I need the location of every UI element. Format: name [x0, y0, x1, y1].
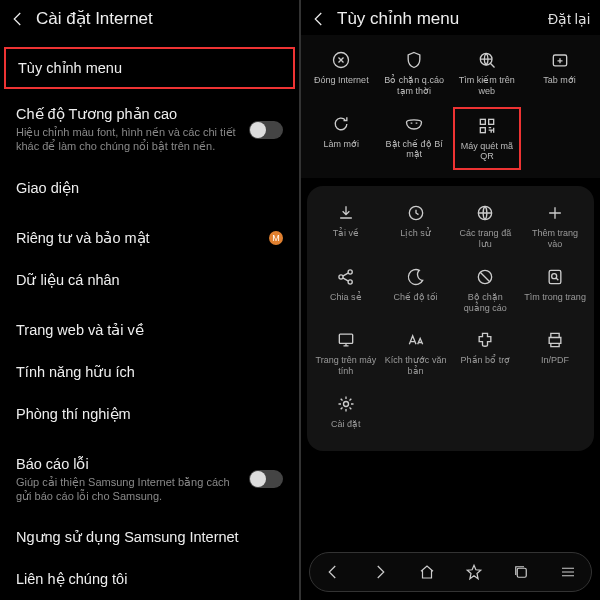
find-icon — [544, 266, 566, 288]
svg-rect-14 — [339, 335, 352, 344]
back-icon[interactable] — [309, 9, 329, 29]
shield-icon — [403, 49, 425, 71]
settings-row-personal-data[interactable]: Dữ liệu cá nhân — [0, 259, 299, 301]
close-circle-icon — [330, 49, 352, 71]
toggle-switch[interactable] — [249, 470, 283, 488]
settings-row-sites-downloads[interactable]: Trang web và tải về — [0, 309, 299, 351]
menu-item-label: Các trang đã lưu — [455, 228, 517, 250]
plus-icon — [544, 202, 566, 224]
customize-menu-screen: Tùy chỉnh menu Đặt lại Đóng InternetBỏ c… — [301, 0, 600, 600]
menu-item-close-circle[interactable]: Đóng Internet — [307, 43, 376, 103]
menu-item-label: Làm mới — [324, 139, 360, 150]
qr-icon — [476, 115, 498, 137]
menu-item-label: Thêm trang vào — [524, 228, 586, 250]
tab-new-icon — [549, 49, 571, 71]
nav-tabs-icon[interactable] — [510, 561, 532, 583]
header-left: Cài đặt Internet — [0, 0, 299, 35]
row-label: Tính năng hữu ích — [16, 364, 273, 380]
row-label: Giao diện — [16, 180, 273, 196]
row-subtitle: Hiệu chỉnh màu font, hình nền và các chi… — [16, 125, 239, 154]
active-menu-grid: Đóng InternetBỏ chặn q.cáo tạm thờiTìm k… — [301, 35, 600, 178]
menu-item-share[interactable]: Chia sẻ — [313, 260, 379, 320]
toggle-switch[interactable] — [249, 121, 283, 139]
menu-item-desktop[interactable]: Trang trên máy tính — [313, 323, 379, 383]
bottom-nav — [309, 552, 592, 592]
row-label: Báo cáo lỗi — [16, 456, 239, 472]
svg-rect-4 — [489, 119, 494, 124]
settings-row-error-report[interactable]: Báo cáo lỗiGiúp cải thiện Samsung Intern… — [0, 443, 299, 517]
share-icon — [335, 266, 357, 288]
menu-item-label: Tìm trong trang — [524, 292, 586, 303]
menu-item-mask[interactable]: Bật chế độ Bí mật — [380, 107, 449, 171]
back-icon[interactable] — [8, 9, 28, 29]
svg-rect-12 — [549, 270, 561, 283]
moon-icon — [405, 266, 427, 288]
settings-screen: Cài đặt Internet Tùy chỉnh menuChế độ Tư… — [0, 0, 299, 600]
menu-item-shield[interactable]: Bỏ chặn q.cáo tạm thời — [380, 43, 449, 103]
menu-item-moon[interactable]: Chế độ tối — [383, 260, 449, 320]
menu-item-print[interactable]: In/PDF — [522, 323, 588, 383]
menu-item-label: Kích thước văn bản — [385, 355, 447, 377]
refresh-icon — [330, 113, 352, 135]
addons-icon — [474, 329, 496, 351]
menu-item-label: Trang trên máy tính — [315, 355, 377, 377]
mask-icon — [403, 113, 425, 135]
settings-row-privacy[interactable]: Riêng tư và bảo mậtM — [0, 217, 299, 259]
menu-item-label: Máy quét mã QR — [457, 141, 518, 163]
menu-item-tab-new[interactable]: Tab mới — [525, 43, 594, 103]
settings-row-high-contrast[interactable]: Chế độ Tương phản caoHiệu chỉnh màu font… — [0, 93, 299, 167]
reset-button[interactable]: Đặt lại — [548, 11, 590, 27]
row-label: Dữ liệu cá nhân — [16, 272, 273, 288]
nav-menu-icon[interactable] — [557, 561, 579, 583]
menu-item-label: Bộ chặn quảng cáo — [455, 292, 517, 314]
settings-row-interface[interactable]: Giao diện — [0, 167, 299, 209]
row-label: Riêng tư và bảo mật — [16, 230, 259, 246]
row-subtitle: Giúp cải thiện Samsung Internet bằng các… — [16, 475, 239, 504]
menu-item-history[interactable]: Lịch sử — [383, 196, 449, 256]
menu-item-plus[interactable]: Thêm trang vào — [522, 196, 588, 256]
menu-item-globe-search[interactable]: Tìm kiếm trên web — [453, 43, 522, 103]
row-label: Phòng thí nghiệm — [16, 406, 273, 422]
text-size-icon — [405, 329, 427, 351]
menu-item-settings[interactable]: Cài đặt — [313, 387, 379, 445]
settings-row-useful-features[interactable]: Tính năng hữu ích — [0, 351, 299, 393]
svg-rect-3 — [480, 119, 485, 124]
row-label: Tùy chỉnh menu — [18, 60, 271, 76]
menu-item-label: Chia sẻ — [330, 292, 362, 303]
settings-icon — [335, 393, 357, 415]
menu-item-text-size[interactable]: Kích thước văn bản — [383, 323, 449, 383]
row-label: Chế độ Tương phản cao — [16, 106, 239, 122]
menu-item-label: Cài đặt — [331, 419, 361, 430]
nav-bookmark-icon[interactable] — [463, 561, 485, 583]
menu-item-label: Lịch sử — [400, 228, 431, 239]
svg-point-15 — [343, 401, 348, 406]
row-label: Liên hệ chúng tôi — [16, 571, 273, 587]
row-label: Trang web và tải về — [16, 322, 273, 338]
menu-item-label: Tìm kiếm trên web — [455, 75, 519, 97]
menu-item-globe-save[interactable]: Các trang đã lưu — [453, 196, 519, 256]
menu-item-label: Bỏ chặn q.cáo tạm thời — [382, 75, 446, 97]
page-title: Cài đặt Internet — [36, 8, 289, 29]
available-menu-grid: Tải vềLịch sửCác trang đã lưuThêm trang … — [307, 186, 594, 451]
desktop-icon — [335, 329, 357, 351]
menu-item-download[interactable]: Tải về — [313, 196, 379, 256]
download-icon — [335, 202, 357, 224]
menu-item-addons[interactable]: Phần bổ trợ — [453, 323, 519, 383]
menu-item-refresh[interactable]: Làm mới — [307, 107, 376, 171]
settings-row-labs[interactable]: Phòng thí nghiệm — [0, 393, 299, 435]
settings-row-stop-using[interactable]: Ngưng sử dụng Samsung Internet — [0, 516, 299, 558]
settings-row-contact[interactable]: Liên hệ chúng tôi — [0, 558, 299, 600]
menu-item-label: Đóng Internet — [314, 75, 369, 86]
menu-item-label: Chế độ tối — [394, 292, 438, 303]
nav-home-icon[interactable] — [416, 561, 438, 583]
menu-item-adblock[interactable]: Bộ chặn quảng cáo — [453, 260, 519, 320]
row-label: Ngưng sử dụng Samsung Internet — [16, 529, 273, 545]
badge-icon: M — [269, 231, 283, 245]
print-icon — [544, 329, 566, 351]
menu-item-find[interactable]: Tìm trong trang — [522, 260, 588, 320]
menu-item-label: Tải về — [333, 228, 360, 239]
nav-forward-icon[interactable] — [369, 561, 391, 583]
menu-item-qr[interactable]: Máy quét mã QR — [453, 107, 522, 171]
nav-back-icon[interactable] — [322, 561, 344, 583]
settings-row-customize-menu[interactable]: Tùy chỉnh menu — [6, 49, 293, 87]
